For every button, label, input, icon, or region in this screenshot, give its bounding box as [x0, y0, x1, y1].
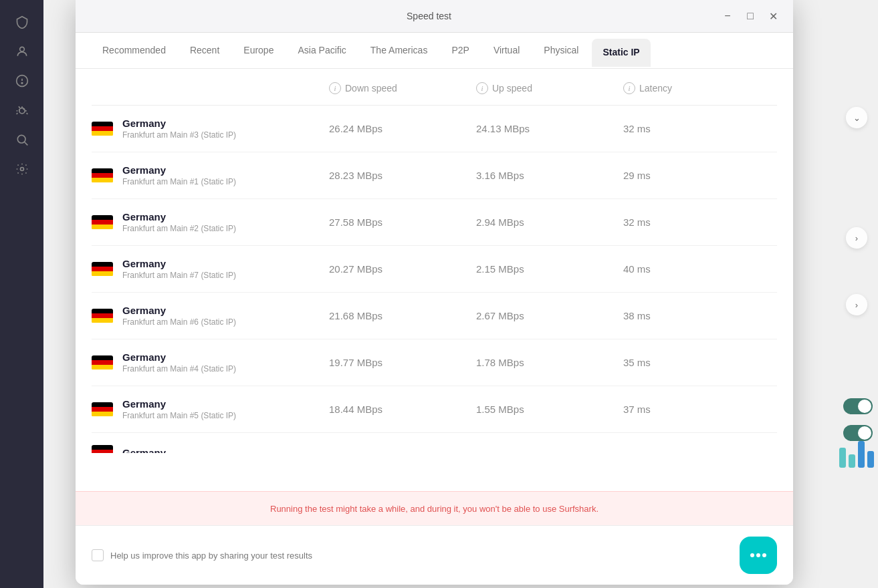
table-row[interactable]: Germany Frankfurt am Main #3 (Static IP)…: [92, 106, 777, 152]
up-speed-value: 1.55 MBps: [476, 404, 623, 415]
tab-static-ip[interactable]: Static IP: [592, 39, 650, 67]
down-speed-value: 27.58 MBps: [329, 216, 476, 228]
server-country: Germany: [122, 164, 236, 176]
warning-text: Running the test might take a while, and…: [270, 504, 598, 514]
close-button[interactable]: ✕: [764, 7, 782, 25]
flag-germany: [92, 262, 113, 277]
server-name-block: Germany Frankfurt am Main #3 (Static IP): [122, 118, 236, 140]
server-country: Germany: [122, 305, 236, 316]
server-location: Frankfurt am Main #1 (Static IP): [122, 177, 236, 186]
bg-toggle-2[interactable]: [843, 425, 873, 441]
up-speed-value: 2.67 MBps: [476, 310, 623, 321]
chart-bars: [839, 441, 874, 468]
window-controls: − □ ✕: [718, 7, 782, 25]
tab-recommended[interactable]: Recommended: [92, 33, 177, 69]
sidebar-icon-user[interactable]: [10, 39, 34, 63]
down-speed-value: 28.23 MBps: [329, 170, 476, 181]
sidebar-icon-bug[interactable]: [10, 98, 34, 122]
tab-the-americas[interactable]: The Americas: [360, 33, 439, 69]
run-btn-dots: [750, 553, 766, 557]
col-down-speed: i Down speed: [329, 82, 476, 94]
title-bar: Speed test − □ ✕: [76, 0, 793, 33]
speed-test-dialog: Speed test − □ ✕ Recommended Recent Euro…: [76, 0, 793, 585]
server-location: Frankfurt am Main #2 (Static IP): [122, 224, 236, 233]
latency-value: 38 ms: [623, 310, 757, 321]
table-row[interactable]: Germany Frankfurt am Main #4 (Static IP)…: [92, 339, 777, 386]
server-location: Frankfurt am Main #5 (Static IP): [122, 411, 236, 420]
latency-info-icon[interactable]: i: [623, 82, 635, 94]
dot-2: [756, 553, 760, 557]
dot-3: [762, 553, 766, 557]
nav-right-1[interactable]: ›: [846, 227, 867, 249]
bg-toggle-1[interactable]: [843, 398, 873, 414]
up-speed-value: 2.15 MBps: [476, 263, 623, 275]
tab-p2p[interactable]: P2P: [441, 33, 479, 69]
share-results-checkbox[interactable]: [92, 549, 104, 561]
server-name-block: Germany Frankfurt am Main #6 (Static IP): [122, 305, 236, 327]
flag-germany: [92, 309, 113, 323]
latency-value: 32 ms: [623, 216, 757, 228]
server-country: Germany: [122, 258, 236, 269]
footer: Help us improve this app by sharing your…: [76, 525, 793, 585]
server-info: Germany Frankfurt am Main #5 (Static IP): [92, 398, 329, 420]
flag-germany: [92, 168, 113, 183]
server-info-partial: Germany: [92, 445, 777, 453]
minimize-button[interactable]: −: [718, 7, 737, 25]
sidebar-icon-alert[interactable]: [10, 69, 34, 93]
server-country: Germany: [122, 118, 236, 129]
server-country-partial: Germany: [122, 447, 166, 454]
table-row[interactable]: Germany Frankfurt am Main #7 (Static IP)…: [92, 246, 777, 293]
svg-line-6: [24, 142, 27, 146]
server-location: Frankfurt am Main #7 (Static IP): [122, 271, 236, 280]
flag-germany: [92, 215, 113, 230]
sidebar-icon-shield[interactable]: [10, 10, 34, 34]
table-row[interactable]: Germany Frankfurt am Main #2 (Static IP)…: [92, 199, 777, 246]
up-speed-info-icon[interactable]: i: [476, 82, 488, 94]
down-speed-value: 18.44 MBps: [329, 404, 476, 415]
dot-1: [750, 553, 754, 557]
maximize-button[interactable]: □: [741, 7, 760, 25]
flag-germany: [92, 122, 113, 136]
latency-value: 29 ms: [623, 170, 757, 181]
flag-germany-partial: [92, 445, 113, 453]
tab-europe[interactable]: Europe: [233, 33, 284, 69]
table-row[interactable]: Germany Frankfurt am Main #5 (Static IP)…: [92, 386, 777, 433]
server-info: Germany Frankfurt am Main #4 (Static IP): [92, 351, 329, 374]
down-speed-info-icon[interactable]: i: [329, 82, 341, 94]
server-table-area[interactable]: i Down speed i Up speed i Latency: [76, 69, 793, 491]
server-info: Germany Frankfurt am Main #1 (Static IP): [92, 164, 329, 186]
server-name-block: Germany Frankfurt am Main #2 (Static IP): [122, 211, 236, 233]
svg-point-7: [20, 168, 23, 171]
svg-point-0: [19, 47, 24, 51]
tab-recent[interactable]: Recent: [179, 33, 230, 69]
server-info: Germany Frankfurt am Main #2 (Static IP): [92, 211, 329, 233]
table-row[interactable]: Germany Frankfurt am Main #1 (Static IP)…: [92, 152, 777, 199]
sidebar: [0, 0, 43, 588]
server-location: Frankfurt am Main #3 (Static IP): [122, 130, 236, 140]
warning-banner: Running the test might take a while, and…: [76, 491, 793, 525]
server-name-block: Germany Frankfurt am Main #1 (Static IP): [122, 164, 236, 186]
sidebar-icon-search[interactable]: [10, 128, 34, 152]
nav-up[interactable]: ⌄: [846, 107, 867, 128]
share-label: Help us improve this app by sharing your…: [110, 551, 312, 561]
latency-value: 32 ms: [623, 123, 757, 134]
server-info: Germany Frankfurt am Main #3 (Static IP): [92, 118, 329, 140]
svg-point-5: [17, 135, 25, 143]
flag-germany: [92, 355, 113, 370]
tab-physical[interactable]: Physical: [533, 33, 589, 69]
tab-virtual[interactable]: Virtual: [483, 33, 530, 69]
down-speed-value: 26.24 MBps: [329, 123, 476, 134]
share-checkbox-area: Help us improve this app by sharing your…: [92, 549, 312, 561]
server-name-block: Germany Frankfurt am Main #7 (Static IP): [122, 258, 236, 280]
flag-germany: [92, 402, 113, 417]
latency-value: 35 ms: [623, 357, 757, 368]
sidebar-icon-gear[interactable]: [10, 157, 34, 181]
run-test-button[interactable]: [740, 537, 777, 574]
server-country: Germany: [122, 398, 236, 410]
table-row[interactable]: Germany Frankfurt am Main #6 (Static IP)…: [92, 293, 777, 339]
server-country: Germany: [122, 211, 236, 223]
down-speed-value: 19.77 MBps: [329, 357, 476, 368]
nav-right-2[interactable]: ›: [846, 294, 867, 315]
tab-asia-pacific[interactable]: Asia Pacific: [287, 33, 356, 69]
col-scrollbar-space: [757, 82, 777, 94]
